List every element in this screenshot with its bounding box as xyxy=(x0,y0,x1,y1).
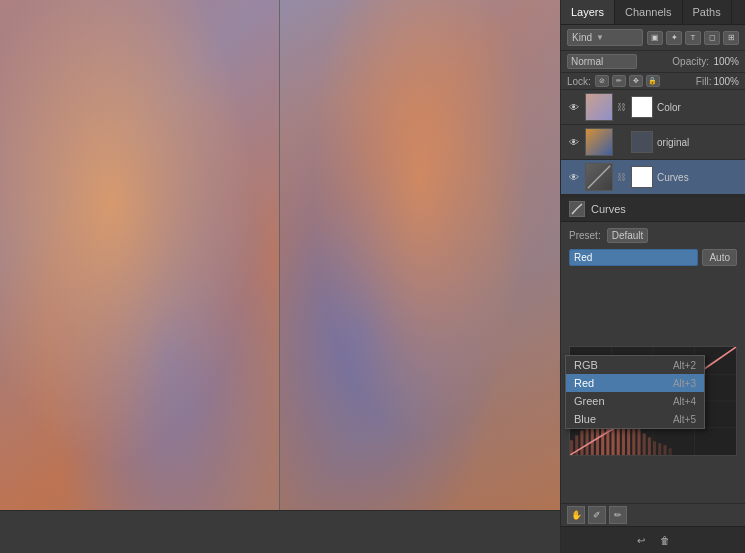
layer-row-curves[interactable]: 👁 ⛓ Curves xyxy=(561,160,745,195)
search-dropdown-arrow: ▼ xyxy=(596,33,604,42)
dropdown-label-blue: Blue xyxy=(574,413,596,425)
right-panel: Layers Channels Paths Kind ▼ ▣ ✦ T ◻ ⊞ N… xyxy=(560,0,745,553)
layer-mask-original xyxy=(631,131,653,153)
lock-fill-row: Lock: ⊘ ✏ ✥ 🔒 Fill: 100% xyxy=(561,73,745,90)
layer-thumb-curves xyxy=(585,163,613,191)
kind-label: Kind xyxy=(572,32,592,43)
layer-row-color[interactable]: 👁 ⛓ Color xyxy=(561,90,745,125)
channel-select-wrapper: Red xyxy=(569,249,698,266)
tab-channels[interactable]: Channels xyxy=(615,0,682,24)
lock-transparent-icon[interactable]: ⊘ xyxy=(595,75,609,87)
properties-panel: Curves Preset: Default Red Auto RGB xyxy=(561,195,745,553)
dropdown-label-red: Red xyxy=(574,377,594,389)
svg-rect-22 xyxy=(648,437,651,455)
canvas-right xyxy=(280,0,560,510)
layer-visibility-original[interactable]: 👁 xyxy=(567,135,581,149)
auto-button[interactable]: Auto xyxy=(702,249,737,266)
layer-mask-color xyxy=(631,96,653,118)
filter-adjustment-icon[interactable]: ✦ xyxy=(666,31,682,45)
svg-rect-21 xyxy=(643,433,646,455)
dropdown-item-red[interactable]: Red Alt+3 xyxy=(566,374,704,392)
preset-value[interactable]: Default xyxy=(607,228,649,243)
curves-point-tool[interactable]: ✐ xyxy=(588,506,606,524)
dropdown-shortcut-red: Alt+3 xyxy=(673,378,696,389)
layer-link-color: ⛓ xyxy=(617,102,627,112)
dropdown-shortcut-green: Alt+4 xyxy=(673,396,696,407)
opacity-row: Opacity: 100% xyxy=(672,56,739,67)
layer-mask-curves xyxy=(631,166,653,188)
filter-pixel-icon[interactable]: ▣ xyxy=(647,31,663,45)
opacity-value[interactable]: 100% xyxy=(711,56,739,67)
lock-label: Lock: xyxy=(567,76,591,87)
layer-visibility-curves[interactable]: 👁 xyxy=(567,170,581,184)
svg-rect-23 xyxy=(653,441,656,455)
layer-row-original[interactable]: 👁 original xyxy=(561,125,745,160)
lock-icons: ⊘ ✏ ✥ 🔒 xyxy=(595,75,660,87)
canvas-area xyxy=(0,0,560,553)
properties-trash-icon[interactable]: 🗑 xyxy=(656,531,674,549)
lock-image-icon[interactable]: ✏ xyxy=(612,75,626,87)
properties-refresh-icon[interactable]: ↩ xyxy=(632,531,650,549)
layer-name-color: Color xyxy=(657,102,739,113)
layer-link-curves: ⛓ xyxy=(617,172,627,182)
channel-dropdown: RGB Alt+2 Red Alt+3 Green Alt+4 Blue Alt… xyxy=(565,355,705,429)
dropdown-item-blue[interactable]: Blue Alt+5 xyxy=(566,410,704,428)
blend-mode-select[interactable]: Normal xyxy=(567,54,637,69)
layers-panel: Layers Channels Paths Kind ▼ ▣ ✦ T ◻ ⊞ N… xyxy=(561,0,745,195)
panel-bottom-bar: ↩ 🗑 xyxy=(561,526,745,553)
fill-row: Fill: 100% xyxy=(696,76,739,87)
panel-tabs: Layers Channels Paths xyxy=(561,0,745,25)
fill-label: Fill: xyxy=(696,76,712,87)
opacity-label: Opacity: xyxy=(672,56,709,67)
dropdown-item-green[interactable]: Green Alt+4 xyxy=(566,392,704,410)
svg-rect-24 xyxy=(658,443,661,455)
layer-visibility-color[interactable]: 👁 xyxy=(567,100,581,114)
preset-row: Preset: Default xyxy=(569,228,737,243)
fill-value[interactable]: 100% xyxy=(713,76,739,87)
curves-adjustment-icon xyxy=(569,201,585,217)
canvas-left xyxy=(0,0,280,510)
canvas-image xyxy=(0,0,560,510)
svg-rect-20 xyxy=(637,426,640,455)
filter-shape-icon[interactable]: ◻ xyxy=(704,31,720,45)
layer-thumb-color xyxy=(585,93,613,121)
dropdown-label-green: Green xyxy=(574,395,605,407)
dropdown-shortcut-blue: Alt+5 xyxy=(673,414,696,425)
curves-pencil-tool[interactable]: ✏ xyxy=(609,506,627,524)
tab-paths[interactable]: Paths xyxy=(683,0,732,24)
curves-hand-tool[interactable]: ✋ xyxy=(567,506,585,524)
layers-search-row: Kind ▼ ▣ ✦ T ◻ ⊞ xyxy=(561,25,745,51)
canvas-content xyxy=(0,0,560,510)
tab-layers[interactable]: Layers xyxy=(561,0,615,24)
svg-rect-26 xyxy=(669,448,672,455)
dropdown-shortcut-rgb: Alt+2 xyxy=(673,360,696,371)
layer-name-curves: Curves xyxy=(657,172,739,183)
properties-header: Curves xyxy=(561,197,745,222)
channel-select[interactable]: Red xyxy=(569,249,698,266)
canvas-bottom-bar xyxy=(0,510,560,553)
filter-smart-icon[interactable]: ⊞ xyxy=(723,31,739,45)
search-icons: ▣ ✦ T ◻ ⊞ xyxy=(647,31,739,45)
channel-row: Red Auto xyxy=(569,249,737,266)
filter-type-icon[interactable]: T xyxy=(685,31,701,45)
dropdown-label-rgb: RGB xyxy=(574,359,598,371)
lock-position-icon[interactable]: ✥ xyxy=(629,75,643,87)
lock-all-icon[interactable]: 🔒 xyxy=(646,75,660,87)
curves-title: Curves xyxy=(591,203,626,215)
dropdown-item-rgb[interactable]: RGB Alt+2 xyxy=(566,356,704,374)
properties-content: Preset: Default Red Auto RGB Alt+2 xyxy=(561,222,745,503)
blend-opacity-row: Normal Opacity: 100% xyxy=(561,51,745,73)
svg-rect-25 xyxy=(663,445,666,455)
layer-name-original: original xyxy=(657,137,739,148)
svg-rect-9 xyxy=(580,430,583,455)
kind-search-box[interactable]: Kind ▼ xyxy=(567,29,643,46)
preset-label: Preset: xyxy=(569,230,601,241)
layer-thumb-original xyxy=(585,128,613,156)
